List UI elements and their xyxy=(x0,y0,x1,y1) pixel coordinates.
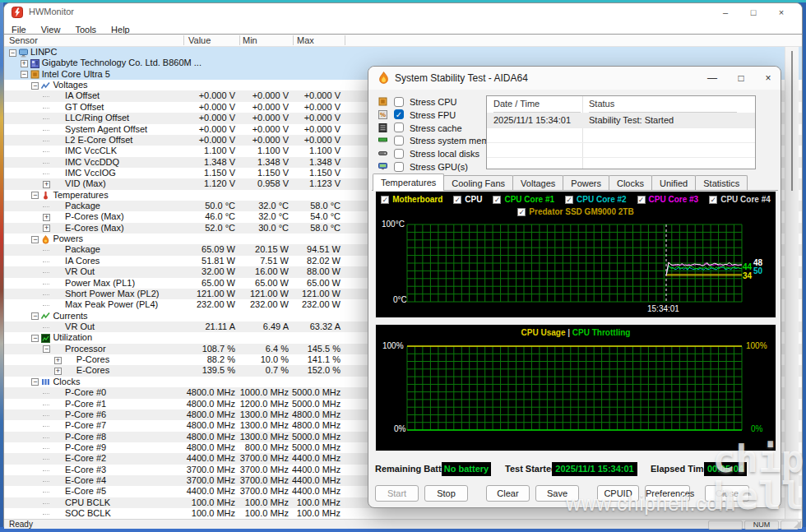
max-cell: 82.02 W xyxy=(292,256,340,266)
close-button[interactable]: × xyxy=(767,3,795,21)
min-cell: 7.51 W xyxy=(239,256,289,266)
tree-guide xyxy=(43,130,49,131)
sensor-label: VR Out xyxy=(65,266,95,277)
battery-readout: No battery xyxy=(442,462,491,476)
tree-guide xyxy=(43,305,49,306)
tab-temperatures[interactable]: Temperatures xyxy=(373,173,444,191)
column-separator[interactable] xyxy=(293,35,294,45)
collapse-icon[interactable]: − xyxy=(31,378,39,386)
checkbox-icon[interactable] xyxy=(394,149,404,159)
checkbox-icon[interactable] xyxy=(394,136,404,146)
sensor-label: GT Offset xyxy=(65,102,104,113)
tab-voltages[interactable]: Voltages xyxy=(512,175,563,191)
expand-icon[interactable]: + xyxy=(54,368,62,375)
min-cell: 3700.0 MHz xyxy=(239,453,289,464)
checkbox-icon[interactable] xyxy=(394,162,404,172)
checkbox-icon[interactable]: ✓ xyxy=(394,109,404,119)
expand-icon[interactable]: + xyxy=(43,224,50,232)
min-cell: 1.150 V xyxy=(239,168,289,178)
start-button[interactable]: Start xyxy=(375,485,419,502)
computer-icon xyxy=(19,49,28,58)
table-row[interactable]: −LINPC xyxy=(4,47,802,58)
expand-icon[interactable]: + xyxy=(21,60,28,67)
dialog-minimize-button[interactable]: — xyxy=(700,69,725,87)
value-cell: 1.120 V xyxy=(136,178,235,189)
expand-icon[interactable]: + xyxy=(54,357,62,364)
tree-guide xyxy=(43,405,49,405)
menu-bar: FileViewToolsHelp xyxy=(4,21,802,33)
stop-button[interactable]: Stop xyxy=(424,485,468,502)
tab-powers[interactable]: Powers xyxy=(563,175,609,191)
value-cell: 50.0 °C xyxy=(136,201,235,211)
status-bar: Ready NUM xyxy=(4,519,802,529)
tab-statistics[interactable]: Statistics xyxy=(695,175,748,191)
expand-icon[interactable]: + xyxy=(43,214,50,221)
max-cell: 5000.0 MHz xyxy=(292,387,340,398)
value-cell: 3700.0 MHz xyxy=(136,465,235,475)
log-row[interactable]: 2025/11/1 15:34:01 Stability Test: Start… xyxy=(487,113,755,127)
value-cell: 65.09 W xyxy=(136,244,235,255)
event-log-table: Date / Time Status 2025/11/1 15:34:01 St… xyxy=(486,95,756,169)
collapse-icon[interactable]: − xyxy=(43,345,50,353)
value-cell: +0.000 V xyxy=(136,102,235,113)
flame-icon xyxy=(378,72,390,85)
min-cell: 1000.0 MHz xyxy=(239,387,289,398)
collapse-icon[interactable]: − xyxy=(21,71,28,78)
column-header-sensor[interactable]: Sensor xyxy=(9,35,38,46)
hwmonitor-app-icon xyxy=(12,7,23,18)
max-cell: 5000.0 MHz xyxy=(292,399,340,409)
expand-icon[interactable]: + xyxy=(43,181,50,188)
collapse-icon[interactable]: − xyxy=(31,82,39,90)
resize-grip-icon[interactable] xyxy=(794,520,801,528)
min-cell: 121.00 W xyxy=(239,289,289,299)
minimize-button[interactable]: – xyxy=(711,3,739,21)
sensor-label: P-Core #7 xyxy=(65,420,106,431)
max-cell: 1.100 V xyxy=(292,146,340,156)
value-cell: 4400.0 MHz xyxy=(136,486,235,497)
checkbox-icon[interactable] xyxy=(394,97,404,107)
clock-icon xyxy=(41,377,50,386)
dialog-titlebar[interactable]: System Stability Test - AIDA64 — □ × xyxy=(368,67,781,90)
column-separator[interactable] xyxy=(239,35,240,45)
dialog-close-button[interactable]: × xyxy=(756,69,781,87)
log-header-datetime[interactable]: Date / Time xyxy=(493,96,581,113)
min-cell: +0.000 V xyxy=(239,102,289,113)
gpu-icon xyxy=(378,162,388,172)
scrollbar-thumb[interactable] xyxy=(791,51,793,191)
dialog-maximize-button[interactable]: □ xyxy=(729,69,753,87)
checkbox-icon[interactable] xyxy=(394,123,404,132)
stress-option-label: Stress GPU(s) xyxy=(410,161,468,173)
collapse-icon[interactable]: − xyxy=(31,335,39,342)
collapse-icon[interactable]: − xyxy=(9,49,16,57)
maximize-button[interactable]: □ xyxy=(739,3,767,21)
sensor-label: P-Core #8 xyxy=(65,432,106,442)
value-cell: 100.0 MHz xyxy=(136,497,235,508)
column-separator[interactable] xyxy=(345,35,345,45)
collapse-icon[interactable]: − xyxy=(31,192,39,199)
tree-guide xyxy=(43,250,49,251)
clear-button[interactable]: Clear xyxy=(486,485,530,502)
tab-cooling-fans[interactable]: Cooling Fans xyxy=(443,175,513,191)
collapse-icon[interactable]: − xyxy=(31,312,39,320)
tree-guide xyxy=(43,470,49,471)
min-cell: 10.0 % xyxy=(239,354,289,365)
column-header-min[interactable]: Min xyxy=(243,35,257,46)
column-header-max[interactable]: Max xyxy=(297,35,314,46)
tab-clocks[interactable]: Clocks xyxy=(609,175,652,191)
value-cell: 139.5 % xyxy=(136,365,235,376)
hwmonitor-titlebar[interactable]: HWMonitor – □ × xyxy=(4,3,802,21)
column-separator[interactable] xyxy=(183,35,184,45)
collapse-icon[interactable]: − xyxy=(31,236,39,243)
max-cell: 4400.0 MHz xyxy=(292,475,340,486)
tab-unified[interactable]: Unified xyxy=(651,175,696,191)
value-cell: 4800.0 MHz xyxy=(136,387,235,398)
tree-guide xyxy=(43,426,49,427)
value-cell: +0.000 V xyxy=(136,113,235,123)
min-cell: 65.00 W xyxy=(239,278,289,289)
tree-guide xyxy=(43,448,49,449)
sensor-label: L2 E-Core Offset xyxy=(65,135,132,146)
sensor-label: Package xyxy=(65,244,100,255)
max-cell: 152.0 % xyxy=(292,365,340,376)
column-header-value[interactable]: Value xyxy=(188,35,211,46)
log-header-status[interactable]: Status xyxy=(589,96,737,113)
